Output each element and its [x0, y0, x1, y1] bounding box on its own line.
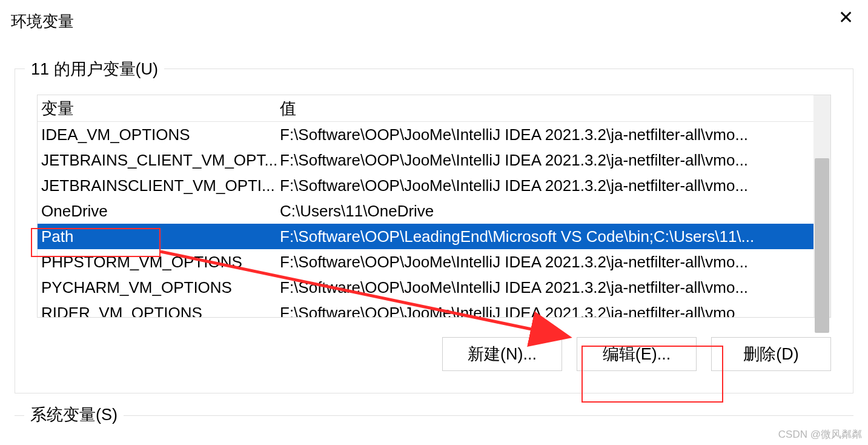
table-row[interactable]: JETBRAINS_CLIENT_VM_OPT...F:\Software\OO… [38, 147, 813, 173]
cell-value: F:\Software\OOP\JooMe\IntelliJ IDEA 2021… [280, 304, 813, 318]
table-row[interactable]: OneDriveC:\Users\11\OneDrive [38, 198, 813, 224]
watermark: CSDN @微风粼粼 [778, 427, 862, 441]
table-row[interactable]: IDEA_VM_OPTIONSF:\Software\OOP\JooMe\Int… [38, 122, 813, 147]
scrollbar[interactable] [813, 95, 830, 317]
list-header: 变量 值 [38, 95, 813, 122]
cell-variable: IDEA_VM_OPTIONS [41, 125, 280, 144]
dialog-title: 环境变量 [11, 11, 74, 32]
user-variables-group: 11 的用户变量(U) 变量 值 IDEA_VM_OPTIONSF:\Softw… [15, 69, 853, 393]
cell-variable: JETBRAINS_CLIENT_VM_OPT... [41, 151, 280, 170]
table-row[interactable]: PHPSTORM_VM_OPTIONSF:\Software\OOP\JooMe… [38, 249, 813, 275]
user-variables-label: 11 的用户变量(U) [25, 58, 164, 80]
table-row[interactable]: PathF:\Software\OOP\LeadingEnd\Microsoft… [38, 224, 813, 249]
cell-value: F:\Software\OOP\JooMe\IntelliJ IDEA 2021… [280, 176, 813, 195]
system-variables-label: 系统变量(S) [24, 404, 124, 426]
cell-variable: OneDrive [41, 202, 280, 221]
delete-button[interactable]: 删除(D) [711, 337, 831, 371]
cell-variable: PYCHARM_VM_OPTIONS [41, 278, 280, 297]
cell-value: F:\Software\OOP\JooMe\IntelliJ IDEA 2021… [280, 253, 813, 272]
table-row[interactable]: PYCHARM_VM_OPTIONSF:\Software\OOP\JooMe\… [38, 275, 813, 300]
header-value: 值 [280, 98, 813, 119]
cell-variable: PHPSTORM_VM_OPTIONS [41, 253, 280, 272]
cell-variable: Path [41, 227, 280, 246]
cell-value: F:\Software\OOP\JooMe\IntelliJ IDEA 2021… [280, 125, 813, 144]
new-button[interactable]: 新建(N)... [442, 337, 562, 371]
cell-value: F:\Software\OOP\JooMe\IntelliJ IDEA 2021… [280, 278, 813, 297]
header-variable: 变量 [41, 98, 280, 119]
cell-variable: RIDER_VM_OPTIONS [41, 304, 280, 318]
table-row[interactable]: RIDER_VM_OPTIONSF:\Software\OOP\JooMe\In… [38, 300, 813, 317]
user-variables-list[interactable]: 变量 值 IDEA_VM_OPTIONSF:\Software\OOP\JooM… [37, 95, 831, 318]
cell-variable: JETBRAINSCLIENT_VM_OPTI... [41, 176, 280, 195]
table-row[interactable]: JETBRAINSCLIENT_VM_OPTI...F:\Software\OO… [38, 173, 813, 198]
system-variables-group: 系统变量(S) [15, 415, 853, 416]
cell-value: F:\Software\OOP\JooMe\IntelliJ IDEA 2021… [280, 151, 813, 170]
edit-button[interactable]: 编辑(E)... [577, 337, 697, 371]
cell-value: F:\Software\OOP\LeadingEnd\Microsoft VS … [280, 227, 813, 246]
cell-value: C:\Users\11\OneDrive [280, 202, 813, 221]
close-icon[interactable]: ✕ [836, 8, 856, 27]
scrollbar-thumb[interactable] [815, 158, 829, 333]
